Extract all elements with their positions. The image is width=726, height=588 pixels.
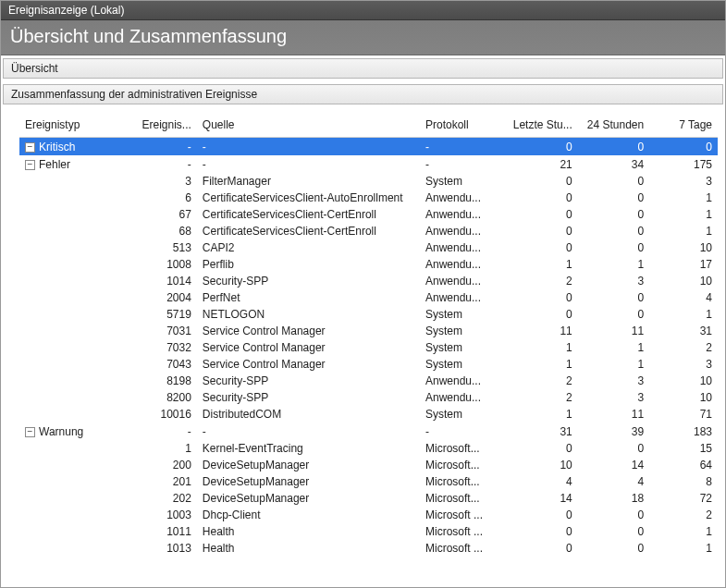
collapse-icon[interactable]: − (25, 160, 35, 170)
group-label: Kritisch (39, 141, 75, 153)
grid-header-row: Ereignistyp Ereignis... Quelle Protokoll… (19, 115, 718, 138)
col-header-7d[interactable]: 7 Tage (649, 115, 718, 138)
cell-protocol: - (420, 138, 504, 156)
section-overview-label: Übersicht (11, 62, 58, 75)
cell-last-hour: 10 (504, 457, 578, 473)
group-row[interactable]: −Fehler---2134175 (19, 155, 718, 173)
event-row[interactable]: 1011HealthMicrosoft ...001 (19, 523, 718, 540)
cell-source: Service Control Manager (197, 356, 420, 373)
event-row[interactable]: 5719NETLOGONSystem001 (19, 306, 718, 323)
cell-7d: 4 (649, 289, 718, 306)
cell-24h: 0 (578, 239, 649, 256)
cell-7d: 64 (649, 457, 718, 473)
event-row[interactable]: 2004PerfNetAnwendu...004 (19, 289, 718, 306)
cell-24h: 1 (578, 356, 649, 373)
event-row[interactable]: 513CAPI2Anwendu...0010 (19, 239, 718, 256)
cell-24h: 14 (578, 457, 649, 473)
cell-7d: 1 (649, 306, 718, 323)
event-row[interactable]: 1014Security-SPPAnwendu...2310 (19, 273, 718, 289)
cell-24h: 11 (578, 323, 649, 339)
col-header-protocol[interactable]: Protokoll (420, 115, 504, 138)
cell-id: 8198 (127, 373, 197, 389)
cell-last-hour: 11 (504, 323, 578, 339)
event-row[interactable]: 201DeviceSetupManagerMicrosoft...448 (19, 473, 718, 490)
cell-type (19, 190, 127, 206)
cell-24h: 0 (578, 306, 649, 323)
app-frame: Ereignisanzeige (Lokal) Übersicht und Zu… (0, 0, 726, 588)
cell-24h: 1 (578, 339, 649, 356)
cell-protocol: System (420, 306, 504, 323)
event-row[interactable]: 202DeviceSetupManagerMicrosoft...141872 (19, 490, 718, 507)
cell-last-hour: 0 (504, 206, 578, 223)
cell-source: Health (197, 540, 420, 557)
cell-id: 1011 (127, 523, 197, 540)
cell-7d: 1 (649, 540, 718, 557)
event-row[interactable]: 200DeviceSetupManagerMicrosoft...101464 (19, 457, 718, 473)
cell-id: 5719 (127, 306, 197, 323)
event-row[interactable]: 8198Security-SPPAnwendu...2310 (19, 373, 718, 389)
cell-type: −Kritisch (19, 138, 127, 156)
event-row[interactable]: 1003Dhcp-ClientMicrosoft ...002 (19, 507, 718, 523)
group-row[interactable]: −Warnung---3139183 (19, 423, 718, 440)
cell-type (19, 457, 127, 473)
col-header-24h[interactable]: 24 Stunden (578, 115, 649, 138)
cell-7d: 71 (649, 406, 718, 423)
collapse-icon[interactable]: − (25, 142, 35, 153)
col-header-source[interactable]: Quelle (197, 115, 420, 138)
event-row[interactable]: 7031Service Control ManagerSystem111131 (19, 323, 718, 339)
cell-id: 202 (127, 490, 197, 507)
event-row[interactable]: 1013HealthMicrosoft ...001 (19, 540, 718, 557)
cell-id: 7031 (127, 323, 197, 339)
cell-last-hour: 1 (504, 356, 578, 373)
cell-source: DeviceSetupManager (197, 490, 420, 507)
col-header-id[interactable]: Ereignis... (127, 115, 197, 138)
cell-source: - (197, 138, 420, 156)
cell-source: Health (197, 523, 420, 540)
cell-id: 1008 (127, 256, 197, 273)
col-header-last-hour[interactable]: Letzte Stu... (504, 115, 578, 138)
event-row[interactable]: 67CertificateServicesClient-CertEnrollAn… (19, 206, 718, 223)
event-row[interactable]: 3FilterManagerSystem003 (19, 173, 718, 190)
event-row[interactable]: 1008PerflibAnwendu...1117 (19, 256, 718, 273)
event-row[interactable]: 8200Security-SPPAnwendu...2310 (19, 389, 718, 406)
cell-type (19, 173, 127, 190)
section-overview[interactable]: Übersicht (3, 58, 723, 79)
cell-7d: 1 (649, 190, 718, 206)
cell-7d: 1 (649, 206, 718, 223)
event-row[interactable]: 6CertificateServicesClient-AutoEnrollmen… (19, 190, 718, 206)
cell-type (19, 256, 127, 273)
cell-protocol: Anwendu... (420, 190, 504, 206)
col-header-type[interactable]: Ereignistyp (19, 115, 127, 138)
cell-protocol: Microsoft ... (420, 523, 504, 540)
cell-24h: 18 (578, 490, 649, 507)
cell-id: 1014 (127, 273, 197, 289)
collapse-icon[interactable]: − (25, 427, 35, 437)
group-row[interactable]: −Kritisch---000 (19, 138, 718, 156)
cell-id: 200 (127, 457, 197, 473)
cell-24h: 34 (578, 155, 649, 173)
cell-protocol: System (420, 406, 504, 423)
cell-last-hour: 0 (504, 306, 578, 323)
cell-7d: 10 (649, 239, 718, 256)
cell-type (19, 273, 127, 289)
cell-type (19, 339, 127, 356)
event-row[interactable]: 10016DistributedCOMSystem11171 (19, 406, 718, 423)
cell-last-hour: 2 (504, 389, 578, 406)
event-row[interactable]: 68CertificateServicesClient-CertEnrollAn… (19, 223, 718, 239)
cell-id: 10016 (127, 406, 197, 423)
cell-7d: 3 (649, 356, 718, 373)
section-summary[interactable]: Zusammenfassung der administrativen Erei… (3, 84, 723, 104)
event-row[interactable]: 7032Service Control ManagerSystem112 (19, 339, 718, 356)
cell-7d: 2 (649, 339, 718, 356)
event-row[interactable]: 7043Service Control ManagerSystem113 (19, 356, 718, 373)
cell-type (19, 490, 127, 507)
cell-7d: 8 (649, 473, 718, 490)
cell-id: 7032 (127, 339, 197, 356)
cell-source: Service Control Manager (197, 323, 420, 339)
cell-type (19, 389, 127, 406)
event-row[interactable]: 1Kernel-EventTracingMicrosoft...0015 (19, 440, 718, 457)
cell-protocol: Microsoft... (420, 457, 504, 473)
cell-24h: 3 (578, 373, 649, 389)
cell-type (19, 507, 127, 523)
cell-7d: 2 (649, 507, 718, 523)
